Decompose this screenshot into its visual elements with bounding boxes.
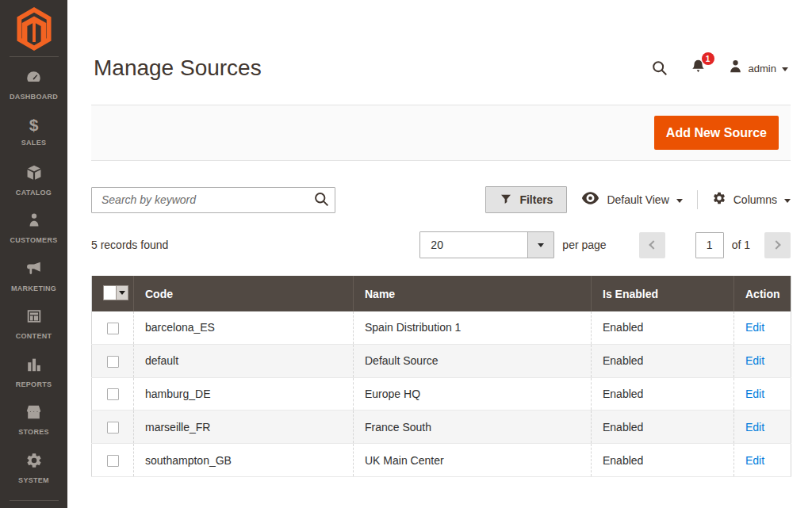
sidebar-divider (10, 56, 59, 57)
chevron-down-icon (119, 291, 125, 295)
sidebar-item-marketing[interactable]: MARKETING (0, 252, 67, 300)
notification-badge: 1 (702, 52, 714, 65)
admin-username: admin (749, 63, 776, 74)
sidebar-item-label: MARKETING (11, 285, 56, 292)
page-header: Manage Sources 1 admin (94, 55, 788, 81)
select-all-dropdown[interactable] (116, 286, 128, 300)
bell-icon (690, 64, 707, 78)
cell-name: Spain Distribution 1 (354, 311, 592, 344)
per-page-caret-box (527, 232, 553, 258)
row-checkbox[interactable] (107, 422, 119, 434)
cell-is-enabled: Enabled (592, 344, 734, 377)
customers-icon (26, 212, 42, 232)
view-selector-label: Default View (607, 193, 668, 206)
dashboard-icon (25, 68, 43, 89)
chevron-down-icon (784, 199, 791, 203)
columns-selector-label: Columns (733, 193, 777, 206)
sidebar-item-label: STORES (18, 428, 49, 436)
select-all-control[interactable] (103, 285, 128, 300)
columns-selector[interactable]: Columns (712, 191, 791, 208)
cell-code: marseille_FR (134, 411, 354, 444)
toolbar-divider (697, 190, 698, 209)
cell-name: France South (354, 411, 592, 444)
edit-link[interactable]: Edit (745, 354, 764, 367)
sidebar-item-label: CUSTOMERS (10, 236, 57, 244)
notifications-button[interactable]: 1 (690, 58, 707, 78)
cell-is-enabled: Enabled (592, 377, 734, 411)
admin-user-menu[interactable]: admin (728, 59, 788, 78)
cell-name: Europe HQ (354, 377, 592, 411)
chevron-down-icon (676, 199, 683, 203)
grid-header-multicheck (92, 276, 134, 311)
edit-link[interactable]: Edit (745, 388, 764, 400)
magento-logo[interactable] (15, 6, 53, 52)
filters-button[interactable]: Filters (485, 186, 567, 213)
sidebar-item-customers[interactable]: CUSTOMERS (0, 204, 67, 253)
next-page-button[interactable] (764, 232, 791, 258)
add-new-source-button[interactable]: Add New Source (654, 116, 779, 150)
sidebar-item-reports[interactable]: REPORTS (0, 348, 67, 396)
select-all-checkbox[interactable] (104, 286, 116, 300)
search-icon[interactable] (651, 59, 668, 77)
row-checkbox[interactable] (107, 388, 119, 400)
sidebar-divider (10, 500, 59, 501)
sidebar-item-label: CONTENT (16, 332, 52, 340)
chevron-left-icon (649, 240, 657, 249)
per-page-label: per page (562, 239, 606, 251)
view-selector[interactable]: Default View (581, 191, 682, 208)
column-header-is-enabled[interactable]: Is Enabled (592, 276, 734, 311)
magnifier-icon[interactable] (313, 191, 330, 211)
pagination-controls: 20 per page of 1 (419, 231, 791, 258)
edit-link[interactable]: Edit (745, 421, 764, 434)
chevron-down-icon (782, 67, 788, 71)
column-header-code[interactable]: Code (134, 276, 354, 311)
search-input[interactable] (91, 187, 335, 213)
column-header-action: Action (734, 276, 791, 311)
current-page-input[interactable] (695, 232, 724, 258)
eye-icon (581, 191, 599, 208)
sidebar-item-stores[interactable]: STORES (0, 396, 67, 445)
gear-icon (712, 191, 726, 208)
sidebar-item-system[interactable]: SYSTEM (0, 444, 67, 492)
keyword-search (91, 187, 335, 213)
toolbar-right-group: Filters Default View Columns (485, 186, 791, 213)
row-checkbox[interactable] (107, 323, 119, 334)
edit-link[interactable]: Edit (745, 321, 764, 334)
cell-code: southampton_GB (134, 444, 354, 477)
edit-link[interactable]: Edit (745, 454, 764, 467)
row-checkbox[interactable] (107, 455, 119, 467)
column-header-name[interactable]: Name (354, 276, 592, 311)
content-icon (25, 307, 43, 328)
cell-is-enabled: Enabled (592, 444, 734, 477)
table-row: southampton_GB UK Main Center Enabled Ed… (92, 444, 791, 477)
user-icon (728, 59, 743, 78)
sidebar-item-catalog[interactable]: CATALOG (0, 156, 67, 204)
page-title: Manage Sources (94, 55, 262, 81)
filters-label: Filters (519, 193, 553, 206)
funnel-icon (500, 193, 512, 208)
sidebar-item-sales[interactable]: $ SALES (0, 109, 67, 157)
grid-toolbar: Filters Default View Columns (91, 186, 791, 213)
system-icon (25, 452, 43, 472)
cell-name: UK Main Center (354, 444, 592, 477)
table-row: marseille_FR France South Enabled Edit (92, 411, 791, 444)
per-page-select[interactable]: 20 (419, 231, 554, 258)
sidebar-item-label: SALES (21, 139, 47, 147)
sidebar-item-label: SYSTEM (18, 476, 49, 484)
cell-is-enabled: Enabled (592, 311, 734, 344)
total-pages-label: of 1 (732, 239, 750, 251)
previous-page-button[interactable] (639, 232, 665, 258)
marketing-icon (25, 260, 43, 281)
row-checkbox[interactable] (107, 356, 119, 368)
chevron-right-icon (772, 240, 780, 249)
sources-grid: Code Name Is Enabled Action barcelona_ES… (91, 276, 791, 477)
catalog-icon (25, 164, 43, 185)
cell-name: Default Source (354, 344, 592, 377)
per-page-value: 20 (420, 232, 527, 258)
sidebar-item-dashboard[interactable]: DASHBOARD (0, 60, 67, 109)
records-found-text: 5 records found (91, 239, 168, 251)
header-actions: 1 admin (651, 58, 788, 78)
cell-code: hamburg_DE (134, 377, 354, 411)
sidebar-item-content[interactable]: CONTENT (0, 300, 67, 349)
main-content: Manage Sources 1 admin Add New Source (67, 0, 812, 508)
